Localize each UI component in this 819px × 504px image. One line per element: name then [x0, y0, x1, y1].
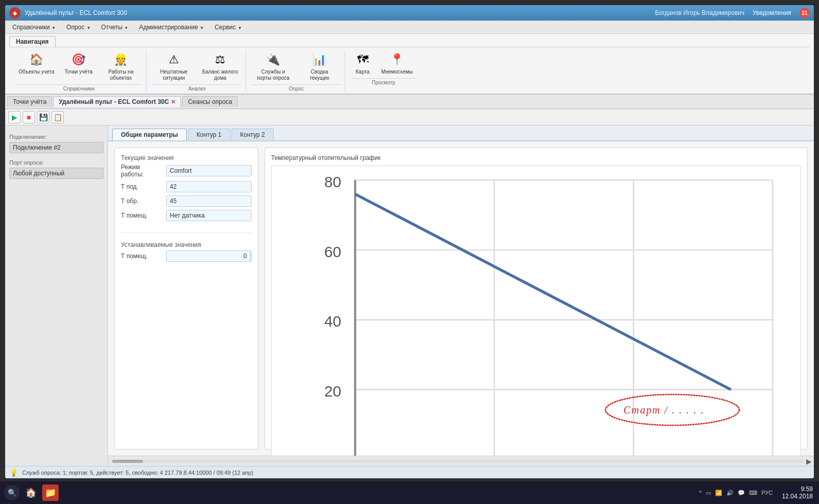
ribbon-btn-summary-label: Сводка текущих: [301, 69, 337, 81]
svg-text:40: 40: [324, 313, 341, 330]
mnemo-icon: 📍: [389, 51, 405, 68]
scrollbar-thumb[interactable]: [112, 460, 143, 463]
svg-text:20: 20: [324, 383, 341, 400]
ribbon-btn-works[interactable]: 👷 Работы на объектах: [100, 50, 142, 82]
ribbon-btn-summary[interactable]: 📊 Сводка текущих: [298, 50, 341, 82]
doc-tab-remote-label: Удалённый пульт - ECL Comfort 30С: [59, 98, 169, 105]
taskbar-keyboard-icon: ⌨: [749, 490, 757, 496]
taskbar-sys-tray: ^ ▭ 📶 🔊 💬 ⌨ РУС: [699, 490, 773, 496]
ribbon-btn-objects-label: Объекты учета: [19, 69, 55, 75]
taskbar-volume-icon[interactable]: 🔊: [726, 490, 734, 496]
status-bar: 💡 Служб опроса: 1; портов: 5, действует:…: [5, 466, 814, 478]
ribbon-btn-services[interactable]: 🔌 Службы и порты опроса: [252, 50, 294, 82]
svg-line-18: [355, 194, 731, 389]
play-button[interactable]: ▶: [8, 111, 21, 123]
status-text: Служб опроса: 1; портов: 5, действует: 5…: [22, 470, 253, 476]
ribbon-tab-bar: Навигация: [9, 36, 810, 47]
notifications-badge[interactable]: 21: [799, 8, 810, 18]
taskbar-date: 12.04.2018: [782, 493, 813, 500]
ribbon-group-analysis-name: Анализ: [153, 84, 241, 92]
menu-references[interactable]: Справочники ▾: [7, 23, 60, 32]
ribbon-btn-services-label: Службы и порты опроса: [255, 69, 291, 81]
right-area: Общие параметры Контур 1 Контур 2 Текущи…: [108, 125, 814, 466]
ribbon-btn-emergency[interactable]: ⚠ Нештатные ситуации: [153, 50, 195, 82]
scroll-area: ▶: [108, 456, 814, 466]
spin-down-button[interactable]: ▼: [251, 256, 252, 261]
inner-tabs: Общие параметры Контур 1 Контур 2: [108, 125, 814, 141]
taskbar-icon-home[interactable]: 🏠: [23, 484, 39, 501]
map-icon: 🗺: [354, 51, 371, 68]
set-t-room-label: Т помещ.: [121, 253, 162, 260]
spin-up-button[interactable]: ▲: [251, 251, 252, 256]
taskbar-time: 9:59 12.04.2018: [782, 485, 813, 500]
doc-tab-meters[interactable]: Точки учёта: [7, 96, 52, 107]
ribbon-btn-balance[interactable]: ⚖ Баланс жилого дома: [199, 50, 241, 82]
taskbar-chevron-icon[interactable]: ^: [699, 490, 702, 496]
chevron-down-icon: ▾: [87, 25, 90, 30]
ribbon-group-references-name: Справочники: [15, 84, 142, 92]
chart-area: 80 60 40 20 -20 0 20: [271, 166, 801, 456]
t-supply-row: Т под. 42: [121, 181, 252, 192]
ribbon-btn-objects[interactable]: 🏠 Объекты учета: [15, 50, 58, 82]
ribbon-group-view: 🗺 Карта 📍 Мнемосхемы Просмотр: [347, 50, 420, 92]
ribbon-btn-meters[interactable]: 🎯 Точки учёта: [62, 50, 96, 82]
set-values-section: Устанавливаемые значения Т помещ. ▲ ▼: [121, 241, 252, 265]
menu-service-label: Сервис: [215, 24, 236, 31]
chart-section: Температурный отопительный график: [264, 148, 808, 449]
ribbon-group-view-items: 🗺 Карта 📍 Мнемосхемы: [351, 50, 416, 76]
mode-row: Режим работы: Comfort: [121, 164, 252, 178]
taskbar-lang[interactable]: РУС: [761, 490, 773, 496]
ribbon-tab-navigation[interactable]: Навигация: [9, 36, 56, 47]
menu-admin[interactable]: Администрирование ▾: [134, 23, 208, 32]
plug-icon: 🔌: [265, 51, 281, 68]
ribbon-btn-works-label: Работы на объектах: [103, 69, 139, 81]
menu-poll[interactable]: Опрос ▾: [61, 23, 95, 32]
ribbon-group-view-name: Просмотр: [351, 78, 416, 85]
t-return-value: 45: [166, 195, 252, 207]
doc-tab-sessions[interactable]: Сеансы опроса: [182, 96, 238, 107]
set-t-room-input-group: ▲ ▼: [166, 250, 252, 262]
chart-title: Температурный отопительный график: [271, 154, 801, 161]
close-icon[interactable]: ✕: [171, 99, 175, 105]
mode-label: Режим работы:: [121, 164, 162, 178]
title-bar: ◆ Удалённый пульт - ECL Comfort 300 Богд…: [5, 5, 814, 21]
ribbon-content: 🏠 Объекты учета 🎯 Точки учёта 👷 Работы н…: [9, 47, 810, 94]
tab-general[interactable]: Общие параметры: [112, 129, 187, 140]
monitor-frame: ◆ Удалённый пульт - ECL Comfort 300 Богд…: [5, 5, 814, 478]
save-button[interactable]: 💾: [37, 111, 49, 123]
set-t-room-input[interactable]: [167, 251, 250, 261]
taskbar-icon-file[interactable]: 📁: [42, 484, 59, 501]
doc-tab-remote[interactable]: Удалённый пульт - ECL Comfort 30С ✕: [53, 96, 181, 107]
toolbar: ▶ ■ 💾 📋: [5, 109, 814, 125]
chevron-down-icon: ▾: [201, 25, 203, 30]
ribbon-btn-meters-label: Точки учёта: [65, 69, 93, 75]
doc-tab-meters-label: Точки учёта: [13, 98, 46, 105]
tab-circuit1[interactable]: Контур 1: [188, 129, 230, 140]
notifications-label[interactable]: Уведомления: [753, 9, 791, 16]
connection-value: Подключение #2: [9, 142, 103, 153]
menu-service[interactable]: Сервис ▾: [209, 23, 246, 32]
t-room-label: Т помещ.: [121, 212, 162, 219]
t-return-row: Т обр. 45: [121, 195, 252, 207]
menu-reports[interactable]: Отчеты ▾: [96, 23, 133, 32]
doc-tabs-bar: Точки учёта Удалённый пульт - ECL Comfor…: [5, 95, 814, 109]
warning-icon: ⚠: [166, 51, 182, 68]
taskbar-search[interactable]: 🔍: [4, 485, 20, 500]
ribbon-btn-emergency-label: Нештатные ситуации: [156, 69, 192, 81]
ribbon-btn-map[interactable]: 🗺 Карта: [351, 50, 374, 76]
port-label: Порт опроса:: [9, 159, 103, 166]
scrollbar-track[interactable]: [112, 460, 804, 463]
taskbar-message-icon[interactable]: 💬: [738, 490, 745, 496]
chevron-down-icon: ▾: [125, 25, 128, 30]
stop-button[interactable]: ■: [23, 111, 35, 123]
title-bar-right: Богданов Игорь Владимирович Уведомления …: [655, 8, 810, 18]
menu-references-label: Справочники: [12, 24, 50, 31]
ribbon: Навигация 🏠 Объекты учета 🎯 Точки учёта: [5, 34, 814, 95]
current-values-title: Текущие значения: [121, 154, 252, 161]
ribbon-group-poll-items: 🔌 Службы и порты опроса 📊 Сводка текущих: [252, 50, 341, 82]
scroll-right-button[interactable]: ▶: [806, 457, 812, 465]
copy-button[interactable]: 📋: [51, 111, 64, 123]
chart-icon: 📊: [311, 51, 328, 68]
tab-circuit2[interactable]: Контур 2: [232, 129, 274, 140]
ribbon-btn-mnemo[interactable]: 📍 Мнемосхемы: [378, 50, 416, 76]
